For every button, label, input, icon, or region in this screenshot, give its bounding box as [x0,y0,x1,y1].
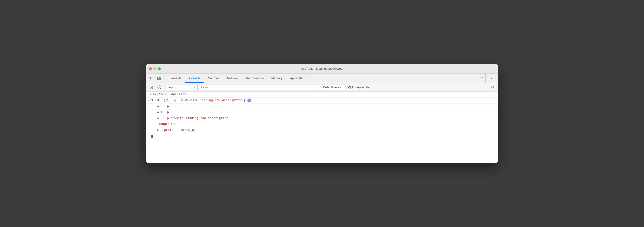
titlebar: DevTools - localhost:8080/web/ [146,64,498,74]
settings-button[interactable]: ⚙ [490,84,496,90]
cursor-icon [149,76,153,80]
input-gutter: > [148,92,153,97]
filter-input[interactable] [199,84,320,90]
console-input-line: > $x("//p", document) [146,92,498,98]
property-line-0: ▶ 0 : p [146,104,498,109]
tab-application[interactable]: Application [286,74,309,83]
device-icon [157,76,161,80]
cursor-prompt: › [148,135,150,138]
length-line: length : 3 [146,121,498,127]
tabbar-left-controls [147,74,165,83]
inspect-element-button[interactable] [147,75,154,82]
tab-sources[interactable]: Sources [204,74,223,83]
clear-icon [158,85,161,89]
devtools-menu-button[interactable]: ⋮ [488,75,495,82]
device-toolbar-button[interactable] [155,75,163,82]
window-title: DevTools - localhost:8080/web/ [300,67,344,70]
cursor-blink [151,135,153,138]
maximize-button[interactable] [158,67,161,70]
input-arrow: > [150,92,152,97]
proto-key: __proto__ [160,128,177,132]
tab-network[interactable]: Network [223,74,242,83]
traffic-lights [149,67,161,70]
array-count: (3) [155,98,162,103]
array-result-line: ← ▼ (3) [ p , p , p.devsite-landing-row-… [146,98,498,104]
clear-console-button[interactable] [156,84,163,90]
execute-script-button[interactable] [148,84,154,90]
execute-icon [150,86,153,89]
more-tabs-button[interactable]: » [479,74,486,83]
proto-expand[interactable]: ▶ [158,128,159,132]
close-button[interactable] [149,67,152,70]
console-cursor-line[interactable]: › [146,133,498,140]
proto-line: ▶ __proto__ : Array(0) [146,127,498,133]
tabbar-right: ⋮ [486,74,497,83]
prop-0-expand[interactable]: ▶ [158,104,159,109]
input-text: $x("//p", document) [153,92,188,97]
property-line-1: ▶ 1 : p [146,109,498,115]
prop-1-value: p [167,110,169,114]
svg-marker-4 [151,87,152,88]
console-toolbar: top ▼ Default levels ▾ Group similar ⚙ [146,83,498,92]
tabbar: Elements Console Sources Network Perform… [146,74,498,83]
prop-2-value: p.devsite-landing-row-description [167,116,228,120]
tab-memory[interactable]: Memory [268,74,286,83]
proto-value: Array(0) [181,128,196,132]
minimize-button[interactable] [154,67,156,70]
devtools-window: DevTools - localhost:8080/web/ Elements [146,64,498,163]
svg-line-6 [158,87,160,88]
expand-triangle[interactable]: ▼ [152,98,154,103]
prop-2-expand[interactable]: ▶ [158,116,159,120]
property-line-2: ▶ 2 : p.devsite-landing-row-description [146,115,498,121]
group-similar-checkbox[interactable] [347,86,350,89]
default-levels-button[interactable]: Default levels ▾ [321,84,346,90]
tabs: Elements Console Sources Network Perform… [165,74,479,83]
svg-rect-1 [160,78,160,80]
tab-performance[interactable]: Performance [242,74,267,83]
length-key: length [158,122,170,126]
tab-console[interactable]: Console [185,74,204,83]
context-selector[interactable]: top ▼ [167,84,198,90]
back-arrow-icon: ← [148,98,150,103]
console-content: > $x("//p", document) ← ▼ (3) [ p , p , … [146,92,498,163]
length-value: 3 [173,122,175,126]
info-icon[interactable]: i [247,99,251,102]
prop-0-value: p [167,104,169,109]
group-similar-control: Group similar [347,85,370,89]
tab-elements[interactable]: Elements [165,74,185,83]
prop-1-expand[interactable]: ▶ [158,110,159,114]
toolbar-separator [164,85,165,90]
